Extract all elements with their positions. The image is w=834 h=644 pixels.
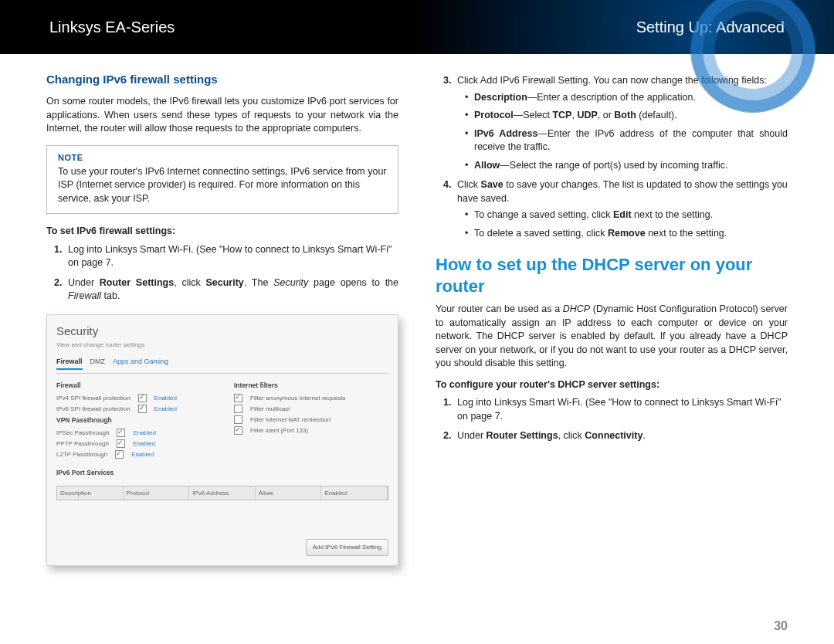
checkbox-icon[interactable] [234, 415, 242, 424]
step4-subs: To change a saved setting, click Edit ne… [457, 208, 788, 240]
ipv6-steps: Log into Linksys Smart Wi-Fi. (See "How … [46, 243, 398, 303]
ifilter-row: Filter ident (Port 133) [234, 426, 388, 435]
ipv6-step-4: Click Save to save your changes. The lis… [454, 178, 788, 240]
checkbox-icon[interactable] [138, 405, 147, 413]
edit-setting: To change a saved setting, click Edit ne… [474, 208, 788, 222]
checkbox-icon[interactable] [117, 439, 125, 448]
vpn-row: L2TP PassthroughEnabled [56, 450, 211, 459]
ifilter-row: Filter Internet NAT redirection [234, 415, 388, 424]
vpn-row: IPSec PassthroughEnabled [56, 429, 211, 437]
subhead-dhcp: To configure your router's DHCP server s… [436, 378, 788, 392]
ipv6-step-1: Log into Linksys Smart Wi-Fi. (See "How … [65, 243, 398, 270]
dhcp-steps: Log into Linksys Smart Wi-Fi. (See "How … [436, 396, 788, 443]
step3-fields: Description—Enter a description of the a… [457, 91, 788, 173]
checkbox-icon[interactable] [115, 450, 124, 459]
add-ipv6-btn-wrap: Add IPv6 Firewall Setting [56, 539, 388, 555]
shot-title: Security [56, 323, 388, 339]
checkbox-icon[interactable] [234, 426, 242, 435]
vpn-row: PPTP PassthroughEnabled [56, 439, 211, 448]
ipv6-ports-group: IPv6 Port Services [56, 469, 388, 478]
delete-setting: To delete a saved setting, click Remove … [474, 227, 788, 241]
dhcp-step-1: Log into Linksys Smart Wi-Fi. (See "How … [454, 396, 788, 423]
ipv6-intro: On some router models, the IPv6 firewall… [46, 95, 398, 136]
subhead-ipv6: To set IPv6 firewall settings: [46, 225, 398, 239]
field-ipv6-address: IPv6 Address—Enter the IPv6 address of t… [474, 127, 788, 154]
doc-series: Linksys EA-Series [49, 19, 175, 36]
checkbox-icon[interactable] [138, 394, 147, 402]
field-protocol: Protocol—Select TCP, UDP, or Both (defau… [474, 109, 788, 123]
checkbox-icon[interactable] [117, 429, 125, 437]
heading-dhcp: How to set up the DHCP server on your ro… [436, 254, 788, 297]
ipv6-step-3: Click Add IPv6 Firewall Setting. You can… [454, 74, 788, 172]
shot-subtitle: View and change router settings [56, 341, 388, 349]
ipv6-steps-cont: Click Add IPv6 Firewall Setting. You can… [436, 74, 788, 240]
field-description: Description—Enter a description of the a… [474, 91, 788, 105]
add-ipv6-firewall-button[interactable]: Add IPv6 Firewall Setting [306, 539, 388, 555]
left-column: Changing IPv6 firewall settings On some … [46, 71, 398, 566]
field-allow: Allow—Select the range of port(s) used b… [474, 159, 788, 173]
heading-ipv6-firewall: Changing IPv6 firewall settings [46, 71, 398, 87]
ifilter-row: Filter anonymous Internet requests [234, 394, 388, 402]
note-box: NOTE To use your router's IPv6 Internet … [46, 145, 398, 215]
tab-firewall[interactable]: Firewall [56, 357, 83, 370]
fw-row: IPv4 SPI firewall protectionEnabled [56, 394, 211, 402]
fw-row: IPv6 SPI firewall protectionEnabled [56, 405, 211, 413]
security-screenshot: Security View and change router settings… [46, 314, 398, 566]
ipv6-step-2: Under Router Settings, click Security. T… [65, 276, 398, 303]
shot-tabs: Firewall DMZ Apps and Gaming [56, 357, 388, 374]
doc-section: Setting Up: Advanced [636, 19, 785, 36]
checkbox-icon[interactable] [234, 405, 242, 413]
page-header: Linksys EA-Series Setting Up: Advanced [0, 0, 834, 54]
fw-group: Firewall [56, 381, 211, 391]
tab-dmz[interactable]: DMZ [90, 357, 106, 370]
checkbox-icon[interactable] [234, 394, 242, 402]
dhcp-intro: Your router can be used as a DHCP (Dynam… [436, 303, 788, 371]
ipv6-table-header: Description Protocol IPv6 Address Allow … [56, 486, 388, 500]
page-body: Changing IPv6 firewall settings On some … [0, 54, 834, 566]
dhcp-step-2: Under Router Settings, click Connectivit… [454, 429, 788, 443]
page-number: 30 [774, 619, 788, 633]
note-body: To use your router's IPv6 Internet conne… [58, 165, 387, 206]
vpn-group: VPN Passthrough [56, 416, 211, 425]
right-column: Click Add IPv6 Firewall Setting. You can… [436, 71, 788, 566]
note-title: NOTE [58, 152, 387, 164]
ifilter-row: Filter multicast [234, 405, 388, 413]
ifilters-group: Internet filters [234, 381, 388, 391]
tab-apps[interactable]: Apps and Gaming [113, 357, 168, 370]
